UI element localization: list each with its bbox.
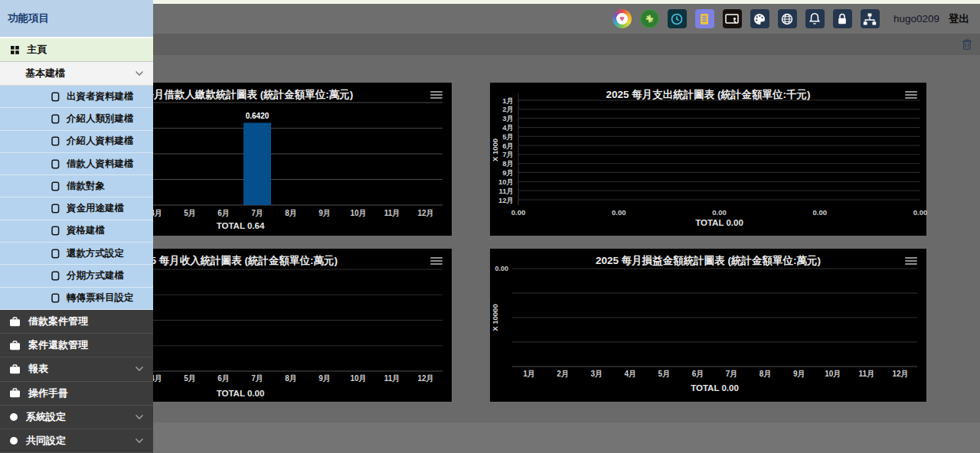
briefcase-icon	[9, 364, 21, 374]
chart-monthly-profit: 2025 每月損益金額統計圖表 (統計金額單位:萬元) 1月2月3月4月5月6月…	[490, 249, 926, 402]
sidebar-item-introducer-category[interactable]: 介紹人類別建檔	[0, 108, 153, 130]
svg-text:0.00: 0.00	[511, 208, 526, 217]
svg-text:0.00: 0.00	[712, 208, 727, 217]
globe-icon[interactable]	[778, 9, 797, 28]
chart-title: 2025 每月支出統計圖表 (統計金額單位:千元)	[490, 88, 926, 102]
svg-text:2月: 2月	[502, 105, 514, 113]
sidebar-item-label: 借款人資料建檔	[67, 158, 134, 171]
sidebar-item-label: 資金用途建檔	[67, 202, 124, 215]
svg-text:5月: 5月	[658, 370, 671, 378]
svg-text:7月: 7月	[251, 209, 263, 217]
svg-text:11月: 11月	[859, 370, 875, 378]
sidebar-item-system-settings[interactable]: 系統設定	[0, 406, 153, 429]
svg-text:12月: 12月	[498, 196, 514, 204]
sidebar-item-installment-method[interactable]: 分期方式建檔	[0, 265, 153, 287]
svg-text:5月: 5月	[502, 132, 514, 141]
svg-text:8月: 8月	[760, 370, 772, 378]
svg-text:TOTAL 0.64: TOTAL 0.64	[217, 221, 265, 230]
sidebar-item-label: 案件還款管理	[28, 338, 88, 352]
svg-text:7月: 7月	[502, 150, 514, 158]
svg-text:0.00: 0.00	[913, 208, 928, 217]
trash-icon[interactable]	[962, 38, 972, 51]
sidebar-item-borrower-data[interactable]: 借款人資料建檔	[0, 153, 153, 175]
sitemap-icon[interactable]	[861, 9, 880, 28]
card-icon	[51, 114, 60, 124]
sidebar: 功能項目 主頁基本建檔出資者資料建檔介紹人類別建檔介紹人資料建檔借款人資料建檔借…	[0, 0, 153, 453]
card-icon	[51, 181, 60, 191]
sidebar-item-common-settings[interactable]: 共同設定	[0, 429, 153, 453]
svg-text:11月: 11月	[498, 187, 514, 195]
sidebar-item-label: 介紹人類別建檔	[67, 112, 134, 125]
svg-text:9月: 9月	[318, 209, 331, 217]
svg-text:10月: 10月	[825, 370, 841, 378]
gear-icon	[9, 412, 18, 422]
clock-icon[interactable]	[668, 9, 687, 28]
sidebar-item-manual[interactable]: 操作手冊	[0, 382, 153, 406]
chart-menu-icon[interactable]	[905, 91, 917, 100]
gear-icon	[9, 436, 18, 445]
grid-icon	[10, 45, 20, 55]
svg-text:6月: 6月	[502, 142, 514, 150]
briefcase-icon	[9, 317, 21, 327]
svg-text:6月: 6月	[692, 370, 704, 378]
svg-text:6月: 6月	[217, 374, 230, 383]
chart-menu-icon[interactable]	[430, 91, 443, 100]
notifications-bell-icon[interactable]	[805, 9, 825, 28]
svg-text:0.00: 0.00	[813, 208, 828, 217]
sidebar-item-label: 報表	[28, 362, 48, 376]
sidebar-item-label: 資格建檔	[67, 224, 105, 237]
svg-text:0.6420: 0.6420	[246, 112, 270, 120]
sidebar-item-introducer-data[interactable]: 介紹人資料建檔	[0, 131, 153, 153]
sidebar-item-label: 借款案件管理	[28, 314, 88, 328]
card-icon	[51, 159, 60, 169]
sidebar-item-qualification[interactable]: 資格建檔	[0, 220, 153, 243]
sidebar-item-label: 轉傳票科目設定	[67, 292, 134, 305]
card-icon	[51, 92, 60, 102]
svg-text:9月: 9月	[318, 374, 331, 383]
sidebar-item-loan-target[interactable]: 借款對象	[0, 175, 153, 197]
community-logo-icon[interactable]: ♥	[612, 9, 632, 28]
palette-icon[interactable]	[750, 9, 769, 28]
chevron-down-icon	[135, 438, 144, 444]
sidebar-item-label: 主頁	[27, 43, 47, 57]
svg-text:9月: 9月	[793, 370, 805, 378]
sidebar-item-voucher-subject[interactable]: 轉傳票科目設定	[0, 288, 153, 310]
sidebar-item-case-repayment-mgmt[interactable]: 案件還款管理	[0, 334, 153, 357]
sidebar-item-label: 系統設定	[26, 410, 66, 424]
chart-monthly-expense: 2025 每月支出統計圖表 (統計金額單位:千元) 1月2月3月4月5月6月7月…	[490, 83, 926, 236]
presentation-board-icon[interactable]	[723, 9, 742, 28]
sidebar-item-fund-usage[interactable]: 資金用途建檔	[0, 197, 153, 220]
sidebar-item-label: 出資者資料建檔	[67, 90, 134, 103]
sidebar-item-label: 分期方式建檔	[67, 269, 124, 282]
chevron-down-icon	[135, 367, 144, 372]
sidebar-item-investor-data[interactable]: 出資者資料建檔	[0, 86, 153, 108]
svg-text:TOTAL 0.00: TOTAL 0.00	[217, 389, 265, 398]
svg-text:8月: 8月	[285, 209, 297, 217]
svg-text:10月: 10月	[350, 374, 366, 383]
card-icon	[51, 271, 60, 281]
svg-text:9月: 9月	[502, 168, 514, 177]
briefcase-icon	[9, 388, 21, 398]
logout-button[interactable]: 登出	[949, 12, 969, 26]
chart-menu-icon[interactable]	[430, 257, 443, 266]
svg-text:8月: 8月	[502, 159, 514, 168]
sidebar-item-reports[interactable]: 報表	[0, 357, 153, 381]
bar-chart-plot: 1月2月3月4月5月6月7月8月9月10月11月12月0.00X 10000TO…	[490, 249, 926, 402]
card-icon	[51, 293, 60, 303]
lock-icon[interactable]	[833, 9, 852, 28]
green-app-logo-icon[interactable]	[640, 9, 659, 28]
chart-title: 2025 每月損益金額統計圖表 (統計金額單位:萬元)	[490, 254, 926, 268]
chart-menu-icon[interactable]	[905, 257, 917, 266]
sidebar-item-repayment-method[interactable]: 還款方式設定	[0, 243, 153, 265]
svg-text:2月: 2月	[557, 370, 569, 378]
svg-text:8月: 8月	[285, 374, 297, 383]
sidebar-item-label: 基本建檔	[25, 67, 65, 80]
sidebar-item-basic-files[interactable]: 基本建檔	[0, 62, 153, 86]
svg-text:7月: 7月	[251, 374, 263, 383]
scroll-document-icon[interactable]	[695, 9, 714, 28]
svg-text:12月: 12月	[892, 370, 908, 378]
svg-text:10月: 10月	[498, 178, 514, 186]
sidebar-item-home[interactable]: 主頁	[0, 38, 153, 62]
sidebar-item-loan-case-mgmt[interactable]: 借款案件管理	[0, 310, 153, 334]
svg-text:TOTAL 0.00: TOTAL 0.00	[695, 218, 743, 227]
